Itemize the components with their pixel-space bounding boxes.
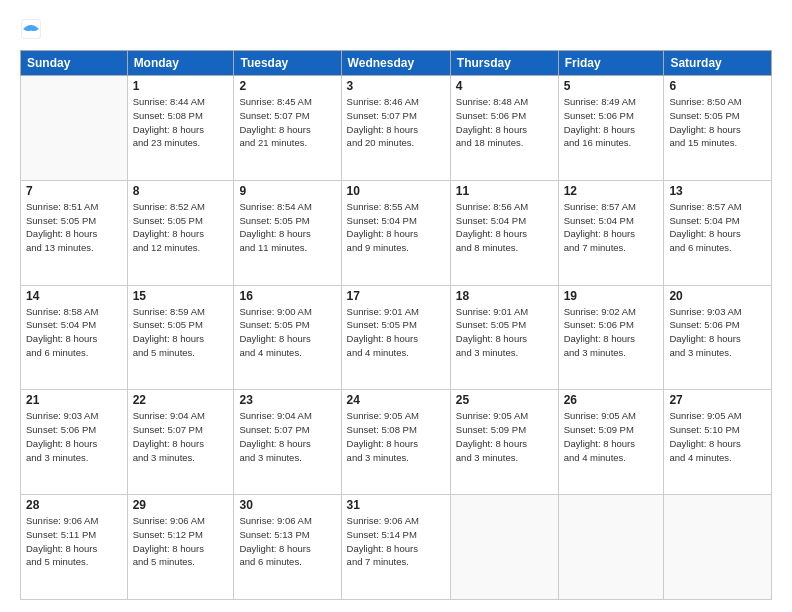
day-info: Sunrise: 8:57 AM Sunset: 5:04 PM Dayligh… xyxy=(669,200,766,255)
day-cell: 4Sunrise: 8:48 AM Sunset: 5:06 PM Daylig… xyxy=(450,76,558,181)
day-info: Sunrise: 8:59 AM Sunset: 5:05 PM Dayligh… xyxy=(133,305,229,360)
day-number: 18 xyxy=(456,289,553,303)
day-info: Sunrise: 9:06 AM Sunset: 5:11 PM Dayligh… xyxy=(26,514,122,569)
day-cell: 1Sunrise: 8:44 AM Sunset: 5:08 PM Daylig… xyxy=(127,76,234,181)
day-info: Sunrise: 8:46 AM Sunset: 5:07 PM Dayligh… xyxy=(347,95,445,150)
day-cell: 30Sunrise: 9:06 AM Sunset: 5:13 PM Dayli… xyxy=(234,495,341,600)
day-cell: 22Sunrise: 9:04 AM Sunset: 5:07 PM Dayli… xyxy=(127,390,234,495)
day-number: 8 xyxy=(133,184,229,198)
day-info: Sunrise: 8:45 AM Sunset: 5:07 PM Dayligh… xyxy=(239,95,335,150)
week-row-4: 28Sunrise: 9:06 AM Sunset: 5:11 PM Dayli… xyxy=(21,495,772,600)
day-info: Sunrise: 9:00 AM Sunset: 5:05 PM Dayligh… xyxy=(239,305,335,360)
day-info: Sunrise: 9:05 AM Sunset: 5:10 PM Dayligh… xyxy=(669,409,766,464)
day-cell: 5Sunrise: 8:49 AM Sunset: 5:06 PM Daylig… xyxy=(558,76,664,181)
day-info: Sunrise: 9:05 AM Sunset: 5:09 PM Dayligh… xyxy=(564,409,659,464)
week-row-2: 14Sunrise: 8:58 AM Sunset: 5:04 PM Dayli… xyxy=(21,285,772,390)
day-info: Sunrise: 8:44 AM Sunset: 5:08 PM Dayligh… xyxy=(133,95,229,150)
day-info: Sunrise: 9:05 AM Sunset: 5:08 PM Dayligh… xyxy=(347,409,445,464)
day-cell: 16Sunrise: 9:00 AM Sunset: 5:05 PM Dayli… xyxy=(234,285,341,390)
calendar-table: SundayMondayTuesdayWednesdayThursdayFrid… xyxy=(20,50,772,600)
day-cell: 20Sunrise: 9:03 AM Sunset: 5:06 PM Dayli… xyxy=(664,285,772,390)
day-number: 2 xyxy=(239,79,335,93)
day-number: 31 xyxy=(347,498,445,512)
day-cell: 9Sunrise: 8:54 AM Sunset: 5:05 PM Daylig… xyxy=(234,180,341,285)
day-number: 22 xyxy=(133,393,229,407)
day-cell: 23Sunrise: 9:04 AM Sunset: 5:07 PM Dayli… xyxy=(234,390,341,495)
day-info: Sunrise: 8:48 AM Sunset: 5:06 PM Dayligh… xyxy=(456,95,553,150)
day-number: 29 xyxy=(133,498,229,512)
day-info: Sunrise: 9:06 AM Sunset: 5:13 PM Dayligh… xyxy=(239,514,335,569)
day-info: Sunrise: 9:03 AM Sunset: 5:06 PM Dayligh… xyxy=(669,305,766,360)
day-info: Sunrise: 9:04 AM Sunset: 5:07 PM Dayligh… xyxy=(239,409,335,464)
day-cell: 17Sunrise: 9:01 AM Sunset: 5:05 PM Dayli… xyxy=(341,285,450,390)
day-cell: 11Sunrise: 8:56 AM Sunset: 5:04 PM Dayli… xyxy=(450,180,558,285)
day-cell xyxy=(450,495,558,600)
day-info: Sunrise: 9:05 AM Sunset: 5:09 PM Dayligh… xyxy=(456,409,553,464)
day-cell: 7Sunrise: 8:51 AM Sunset: 5:05 PM Daylig… xyxy=(21,180,128,285)
day-cell: 8Sunrise: 8:52 AM Sunset: 5:05 PM Daylig… xyxy=(127,180,234,285)
day-cell: 26Sunrise: 9:05 AM Sunset: 5:09 PM Dayli… xyxy=(558,390,664,495)
header xyxy=(20,18,772,40)
day-cell xyxy=(21,76,128,181)
day-number: 6 xyxy=(669,79,766,93)
day-cell xyxy=(664,495,772,600)
day-info: Sunrise: 9:01 AM Sunset: 5:05 PM Dayligh… xyxy=(347,305,445,360)
day-info: Sunrise: 8:54 AM Sunset: 5:05 PM Dayligh… xyxy=(239,200,335,255)
day-number: 23 xyxy=(239,393,335,407)
day-info: Sunrise: 8:55 AM Sunset: 5:04 PM Dayligh… xyxy=(347,200,445,255)
page: SundayMondayTuesdayWednesdayThursdayFrid… xyxy=(0,0,792,612)
day-cell: 2Sunrise: 8:45 AM Sunset: 5:07 PM Daylig… xyxy=(234,76,341,181)
day-cell: 31Sunrise: 9:06 AM Sunset: 5:14 PM Dayli… xyxy=(341,495,450,600)
day-cell: 19Sunrise: 9:02 AM Sunset: 5:06 PM Dayli… xyxy=(558,285,664,390)
day-info: Sunrise: 9:06 AM Sunset: 5:14 PM Dayligh… xyxy=(347,514,445,569)
day-cell: 25Sunrise: 9:05 AM Sunset: 5:09 PM Dayli… xyxy=(450,390,558,495)
weekday-header-friday: Friday xyxy=(558,51,664,76)
day-number: 15 xyxy=(133,289,229,303)
day-number: 3 xyxy=(347,79,445,93)
weekday-header-monday: Monday xyxy=(127,51,234,76)
weekday-header-thursday: Thursday xyxy=(450,51,558,76)
day-number: 28 xyxy=(26,498,122,512)
day-cell: 10Sunrise: 8:55 AM Sunset: 5:04 PM Dayli… xyxy=(341,180,450,285)
day-info: Sunrise: 8:56 AM Sunset: 5:04 PM Dayligh… xyxy=(456,200,553,255)
day-cell: 13Sunrise: 8:57 AM Sunset: 5:04 PM Dayli… xyxy=(664,180,772,285)
week-row-1: 7Sunrise: 8:51 AM Sunset: 5:05 PM Daylig… xyxy=(21,180,772,285)
day-number: 13 xyxy=(669,184,766,198)
day-number: 4 xyxy=(456,79,553,93)
day-number: 27 xyxy=(669,393,766,407)
day-info: Sunrise: 8:52 AM Sunset: 5:05 PM Dayligh… xyxy=(133,200,229,255)
week-row-3: 21Sunrise: 9:03 AM Sunset: 5:06 PM Dayli… xyxy=(21,390,772,495)
weekday-header-sunday: Sunday xyxy=(21,51,128,76)
day-cell: 29Sunrise: 9:06 AM Sunset: 5:12 PM Dayli… xyxy=(127,495,234,600)
day-info: Sunrise: 8:50 AM Sunset: 5:05 PM Dayligh… xyxy=(669,95,766,150)
day-info: Sunrise: 8:51 AM Sunset: 5:05 PM Dayligh… xyxy=(26,200,122,255)
day-info: Sunrise: 9:01 AM Sunset: 5:05 PM Dayligh… xyxy=(456,305,553,360)
day-number: 12 xyxy=(564,184,659,198)
weekday-header-row: SundayMondayTuesdayWednesdayThursdayFrid… xyxy=(21,51,772,76)
weekday-header-wednesday: Wednesday xyxy=(341,51,450,76)
day-number: 10 xyxy=(347,184,445,198)
day-info: Sunrise: 9:06 AM Sunset: 5:12 PM Dayligh… xyxy=(133,514,229,569)
day-number: 30 xyxy=(239,498,335,512)
day-info: Sunrise: 8:57 AM Sunset: 5:04 PM Dayligh… xyxy=(564,200,659,255)
day-number: 19 xyxy=(564,289,659,303)
day-info: Sunrise: 8:58 AM Sunset: 5:04 PM Dayligh… xyxy=(26,305,122,360)
day-number: 7 xyxy=(26,184,122,198)
day-number: 21 xyxy=(26,393,122,407)
day-number: 26 xyxy=(564,393,659,407)
day-cell: 28Sunrise: 9:06 AM Sunset: 5:11 PM Dayli… xyxy=(21,495,128,600)
day-number: 25 xyxy=(456,393,553,407)
day-number: 1 xyxy=(133,79,229,93)
day-cell: 27Sunrise: 9:05 AM Sunset: 5:10 PM Dayli… xyxy=(664,390,772,495)
weekday-header-saturday: Saturday xyxy=(664,51,772,76)
day-cell: 3Sunrise: 8:46 AM Sunset: 5:07 PM Daylig… xyxy=(341,76,450,181)
day-cell: 18Sunrise: 9:01 AM Sunset: 5:05 PM Dayli… xyxy=(450,285,558,390)
logo xyxy=(20,18,46,40)
logo-icon xyxy=(20,18,42,40)
day-number: 20 xyxy=(669,289,766,303)
day-cell: 15Sunrise: 8:59 AM Sunset: 5:05 PM Dayli… xyxy=(127,285,234,390)
day-number: 24 xyxy=(347,393,445,407)
day-number: 5 xyxy=(564,79,659,93)
day-number: 14 xyxy=(26,289,122,303)
day-info: Sunrise: 9:03 AM Sunset: 5:06 PM Dayligh… xyxy=(26,409,122,464)
